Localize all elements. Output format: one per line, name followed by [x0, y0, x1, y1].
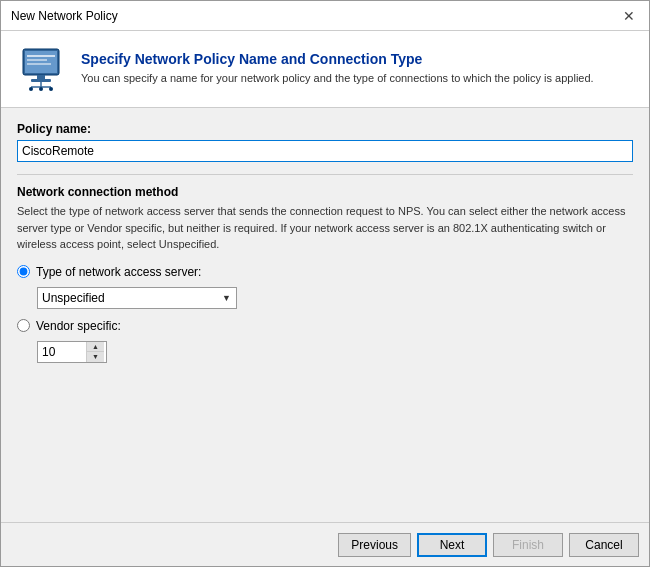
header-title: Specify Network Policy Name and Connecti…: [81, 51, 594, 67]
radio-type-item: Type of network access server:: [17, 265, 633, 279]
header-section: Specify Network Policy Name and Connecti…: [1, 31, 649, 108]
network-connection-description: Select the type of network access server…: [17, 203, 633, 253]
spinner-row: ▲ ▼: [37, 341, 633, 363]
network-connection-group: Network connection method Select the typ…: [17, 185, 633, 363]
content-area: Policy name: Network connection method S…: [1, 108, 649, 522]
spinner-buttons: ▲ ▼: [86, 342, 104, 362]
svg-point-9: [29, 87, 33, 91]
radio-type-input[interactable]: [17, 265, 30, 278]
previous-button[interactable]: Previous: [338, 533, 411, 557]
radio-vendor-label[interactable]: Vendor specific:: [36, 319, 121, 333]
header-icon: [17, 45, 65, 93]
svg-rect-2: [27, 55, 55, 57]
radio-vendor-input[interactable]: [17, 319, 30, 332]
dialog-window: New Network Policy ✕: [0, 0, 650, 567]
svg-rect-4: [27, 63, 51, 65]
finish-button[interactable]: Finish: [493, 533, 563, 557]
spinner-up-button[interactable]: ▲: [87, 342, 104, 353]
header-description: You can specify a name for your network …: [81, 71, 594, 86]
network-icon: [17, 45, 65, 93]
spinner-down-button[interactable]: ▼: [87, 352, 104, 362]
dropdown-wrapper: Unspecified Remote Access Server (VPN-Di…: [37, 287, 237, 309]
next-button[interactable]: Next: [417, 533, 487, 557]
vendor-spinner-input[interactable]: [38, 342, 86, 362]
svg-point-10: [39, 87, 43, 91]
radio-vendor-item: Vendor specific:: [17, 319, 633, 333]
policy-name-input[interactable]: [17, 140, 633, 162]
svg-rect-5: [37, 75, 45, 79]
section-divider: [17, 174, 633, 175]
header-text: Specify Network Policy Name and Connecti…: [81, 51, 594, 86]
cancel-button[interactable]: Cancel: [569, 533, 639, 557]
policy-name-label: Policy name:: [17, 122, 633, 136]
dialog-title: New Network Policy: [11, 9, 118, 23]
spinner-wrapper: ▲ ▼: [37, 341, 107, 363]
close-button[interactable]: ✕: [619, 6, 639, 26]
dialog-footer: Previous Next Finish Cancel: [1, 522, 649, 566]
policy-name-group: Policy name:: [17, 122, 633, 162]
title-bar: New Network Policy ✕: [1, 1, 649, 31]
dropdown-row: Unspecified Remote Access Server (VPN-Di…: [37, 287, 633, 309]
svg-rect-6: [31, 79, 51, 82]
nas-type-dropdown[interactable]: Unspecified Remote Access Server (VPN-Di…: [37, 287, 237, 309]
network-connection-title: Network connection method: [17, 185, 633, 199]
svg-point-11: [49, 87, 53, 91]
radio-type-label[interactable]: Type of network access server:: [36, 265, 201, 279]
svg-rect-1: [25, 51, 57, 73]
radio-group: Type of network access server: Unspecifi…: [17, 265, 633, 363]
svg-rect-3: [27, 59, 47, 61]
